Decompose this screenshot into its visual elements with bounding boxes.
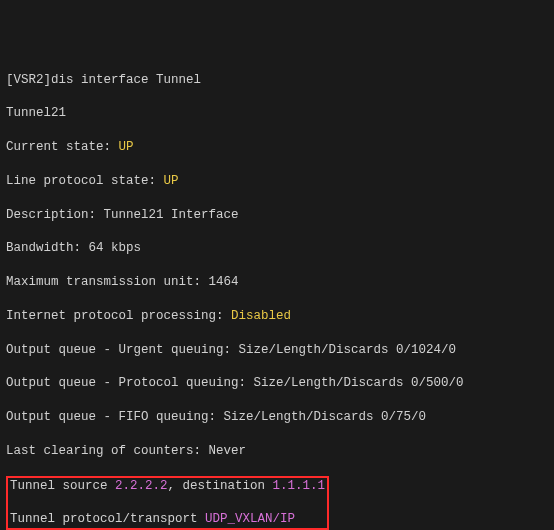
cli-prompt: [VSR2]dis interface Tunnel <box>6 72 548 89</box>
proto-value: UDP_VXLAN/IP <box>205 512 295 526</box>
tunnel21-ipproc: Internet protocol processing: Disabled <box>6 308 548 325</box>
tunnel21-src-dst: Tunnel source 2.2.2.2, destination 1.1.1… <box>10 478 325 495</box>
dst-value: 1.1.1.1 <box>273 479 326 493</box>
tunnel21-lineproto: Line protocol state: UP <box>6 173 548 190</box>
tunnel21-desc: Description: Tunnel21 Interface <box>6 207 548 224</box>
tunnel21-proto: Tunnel protocol/transport UDP_VXLAN/IP <box>10 511 325 528</box>
lineproto-value: UP <box>164 174 179 188</box>
tunnel21-queue-urgent: Output queue - Urgent queuing: Size/Leng… <box>6 342 548 359</box>
tunnel21-mtu: Maximum transmission unit: 1464 <box>6 274 548 291</box>
tunnel21-bandwidth: Bandwidth: 64 kbps <box>6 240 548 257</box>
ipproc-label: Internet protocol processing: <box>6 309 231 323</box>
tunnel21-name: Tunnel21 <box>6 105 548 122</box>
tunnel21-queue-fifo: Output queue - FIFO queuing: Size/Length… <box>6 409 548 426</box>
src-label: Tunnel source <box>10 479 115 493</box>
dst-label: , destination <box>168 479 273 493</box>
lineproto-label: Line protocol state: <box>6 174 164 188</box>
ipproc-value: Disabled <box>231 309 291 323</box>
tunnel21-highlight-box: Tunnel source 2.2.2.2, destination 1.1.1… <box>6 476 329 531</box>
state-value: UP <box>119 140 134 154</box>
proto-label: Tunnel protocol/transport <box>10 512 205 526</box>
tunnel21-queue-proto: Output queue - Protocol queuing: Size/Le… <box>6 375 548 392</box>
tunnel21-lastclear: Last clearing of counters: Never <box>6 443 548 460</box>
src-value: 2.2.2.2 <box>115 479 168 493</box>
tunnel21-state: Current state: UP <box>6 139 548 156</box>
state-label: Current state: <box>6 140 119 154</box>
